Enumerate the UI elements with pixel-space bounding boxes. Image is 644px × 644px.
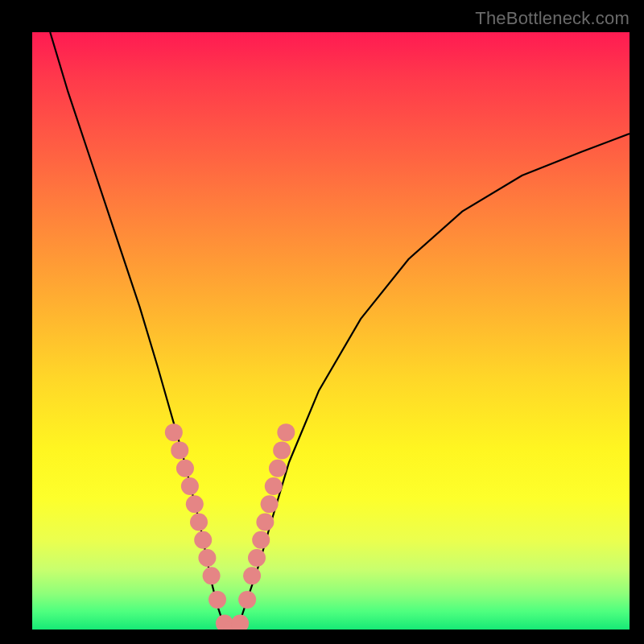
marker-point [176,460,194,477]
marker-point [186,495,204,513]
highlight-markers [165,423,295,630]
chart-frame: TheBottleneck.com [0,0,644,644]
marker-point [261,495,279,513]
curve-svg [32,32,630,630]
marker-point [171,441,188,459]
marker-point [277,423,295,441]
marker-point [256,513,274,530]
marker-point [269,460,287,477]
marker-point [238,591,256,609]
watermark-text: TheBottleneck.com [475,8,630,29]
marker-point [208,591,226,609]
marker-point [194,531,212,549]
marker-point [231,615,249,630]
marker-point [273,441,291,459]
marker-point [190,513,208,530]
plot-area [32,32,630,630]
marker-point [243,567,261,584]
marker-point [265,477,283,495]
marker-point [248,549,266,567]
marker-point [252,531,270,549]
marker-point [165,423,183,441]
bottleneck-curve [50,32,630,630]
marker-point [181,477,199,495]
marker-point [203,567,221,584]
marker-point [198,549,216,567]
